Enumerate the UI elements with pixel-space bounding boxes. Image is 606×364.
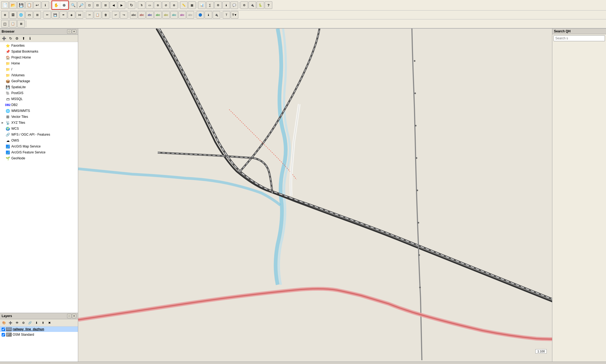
select-rect-button[interactable]: ▭	[146, 1, 153, 9]
zoom-all-button[interactable]: ⊞	[102, 1, 109, 9]
tree-item-favorites[interactable]: ⭐ Favorites	[0, 43, 78, 49]
layers-minimize-btn[interactable]: □	[67, 314, 71, 318]
layer-item-osm[interactable]: OSM Standard	[0, 332, 78, 337]
tree-item-geonode[interactable]: 🌱 GeoNode	[0, 155, 78, 161]
browser-close-btn[interactable]: ✕	[72, 29, 76, 34]
browser-help-btn[interactable]: ℹ	[27, 35, 33, 41]
save-button[interactable]: 💾	[17, 1, 25, 9]
select2-button[interactable]: ⊚	[154, 1, 161, 9]
open-button[interactable]: 📂	[9, 1, 17, 9]
invert-sel-button[interactable]: ⊛	[170, 1, 178, 9]
zoom-next-button[interactable]: ▶	[118, 1, 125, 9]
revert-button[interactable]: ↩	[33, 1, 41, 9]
browser-refresh-btn[interactable]: ↻	[8, 35, 13, 41]
pan-button[interactable]: ✋	[52, 1, 60, 9]
label3-button[interactable]: abc	[146, 11, 154, 19]
tree-item-home[interactable]: 📁 Home	[0, 60, 78, 66]
zoom-prev-button[interactable]: ◀	[110, 1, 117, 9]
label5-button[interactable]: abc	[162, 11, 170, 19]
layer-item-railway[interactable]: railway_line_dazhun	[0, 327, 78, 332]
browser-collapse-btn[interactable]: ⬆	[20, 35, 26, 41]
undo-button[interactable]: ↩	[112, 11, 119, 19]
digitize-button[interactable]: ✒	[60, 11, 67, 19]
tree-item-mssql[interactable]: 🗃 MSSQL	[0, 96, 78, 102]
browser-filter-btn[interactable]: ⚙	[14, 35, 20, 41]
delete-button[interactable]: 🗑	[102, 11, 109, 19]
search-input[interactable]	[553, 35, 605, 41]
browser-minimize-btn[interactable]: □	[67, 29, 71, 34]
new-button[interactable]: 📄	[1, 1, 9, 9]
sel-layer-button[interactable]: ⊠	[17, 20, 25, 28]
layer-checkbox-osm[interactable]	[2, 333, 5, 336]
sel-form-button[interactable]: 📋	[9, 20, 17, 28]
zoom-in-button[interactable]: 🔍	[69, 1, 77, 9]
pan2-button[interactable]: ⊕	[60, 1, 68, 9]
tree-item-geopackage[interactable]: 📦 GeoPackage	[0, 78, 78, 84]
text-annotation-button[interactable]: T	[223, 11, 230, 19]
copy-button[interactable]: 📋	[94, 11, 101, 19]
tree-item-wfs[interactable]: 🔗 WFS / OGC API - Features	[0, 132, 78, 138]
add-db-button[interactable]: 🗃	[25, 11, 33, 19]
settings-button[interactable]: ⚙	[240, 1, 248, 9]
layers-move-up-btn[interactable]: ⬆	[40, 320, 46, 326]
zoom-selection-button[interactable]: ⊡	[85, 1, 93, 9]
label7-button[interactable]: abc	[178, 11, 186, 19]
tree-item-db2[interactable]: DB2 DB2	[0, 102, 78, 108]
heatmap-button[interactable]: 🌡	[222, 1, 230, 9]
plugin2-button[interactable]: 🔌	[213, 11, 220, 19]
add-xyz-button[interactable]: ⊞	[33, 11, 41, 19]
sel-location-button[interactable]: ◫	[1, 20, 9, 28]
properties-button[interactable]: ℹ	[42, 1, 49, 9]
label2-button[interactable]: abc	[138, 11, 146, 19]
label8-button[interactable]: abc	[187, 11, 194, 19]
browser-add-btn[interactable]: ➕	[1, 35, 7, 41]
layer-checkbox-railway[interactable]	[2, 328, 5, 331]
zoom-out-button[interactable]: 🔎	[77, 1, 85, 9]
tree-item-root[interactable]: 📁 /	[0, 66, 78, 72]
label-button[interactable]: abc	[130, 11, 137, 19]
add-raster-button[interactable]: 🖼	[9, 11, 17, 19]
tree-item-arcgis-map[interactable]: 🗾 ArcGIS Map Service	[0, 143, 78, 149]
deselect-button[interactable]: ⊘	[162, 1, 170, 9]
layers-move-down-btn[interactable]: ⬇	[33, 320, 39, 326]
refresh-button[interactable]: ↻	[128, 1, 135, 9]
tree-item-postgis[interactable]: 🐘 PostGIS	[0, 90, 78, 96]
edit-toggle-button[interactable]: ✏	[43, 11, 51, 19]
python-button[interactable]: 🐍	[257, 1, 264, 9]
cut-button[interactable]: ✂	[86, 11, 93, 19]
tree-item-spatialite[interactable]: 💾 SpatiaLite	[0, 84, 78, 90]
formula-button[interactable]: ∑	[206, 1, 214, 9]
layers-filter-btn[interactable]: ⚙	[20, 320, 26, 326]
diagram-button[interactable]: 🔵	[197, 11, 204, 19]
heatmap2-button[interactable]: 🌡	[205, 11, 212, 19]
tree-item-vector-tiles[interactable]: ⊞ Vector Tiles	[0, 114, 78, 120]
layers-remove-btn[interactable]: ✖	[46, 320, 52, 326]
text2-button[interactable]: T▼	[231, 11, 238, 19]
redo-button[interactable]: ↪	[120, 11, 128, 19]
processing-button[interactable]: ⚙	[214, 1, 222, 9]
tree-item-spatial-bookmarks[interactable]: 📌 Spatial Bookmarks	[0, 49, 78, 54]
node-tool-button[interactable]: ◈	[68, 11, 75, 19]
tree-item-volumes[interactable]: 📁 /Volumes	[0, 72, 78, 78]
zoom-layer-button[interactable]: ⊟	[94, 1, 101, 9]
plugins-button[interactable]: 🔌	[249, 1, 256, 9]
layers-link-btn[interactable]: 🔗	[27, 320, 33, 326]
tree-item-arcgis-feature[interactable]: 🗾 ArcGIS Feature Service	[0, 149, 78, 155]
save-as-button[interactable]: 📋	[25, 1, 33, 9]
tree-item-ows[interactable]: ☁ OWS	[0, 138, 78, 143]
annotation-button[interactable]: 💬	[230, 1, 238, 9]
layers-close-btn[interactable]: ✕	[72, 314, 76, 318]
help-button[interactable]: ?	[265, 1, 272, 9]
label4-button[interactable]: abc	[154, 11, 162, 19]
reshape-button[interactable]: ⋈	[76, 11, 83, 19]
save-edits-button[interactable]: 💾	[51, 11, 59, 19]
layers-visible-btn[interactable]: 👁	[14, 320, 20, 326]
tree-item-project-home[interactable]: 🏠 Project Home	[0, 54, 78, 60]
label6-button[interactable]: abc	[170, 11, 178, 19]
identify-button[interactable]: 🖱	[138, 1, 145, 9]
tree-item-xyz-tiles[interactable]: ▶ 📡 XYZ Tiles	[0, 120, 78, 126]
map-area[interactable]: 1:100	[78, 29, 552, 362]
layers-style-btn[interactable]: 🎨	[1, 320, 7, 326]
measure-button[interactable]: 📏	[180, 1, 188, 9]
statistic-button[interactable]: 📊	[198, 1, 206, 9]
